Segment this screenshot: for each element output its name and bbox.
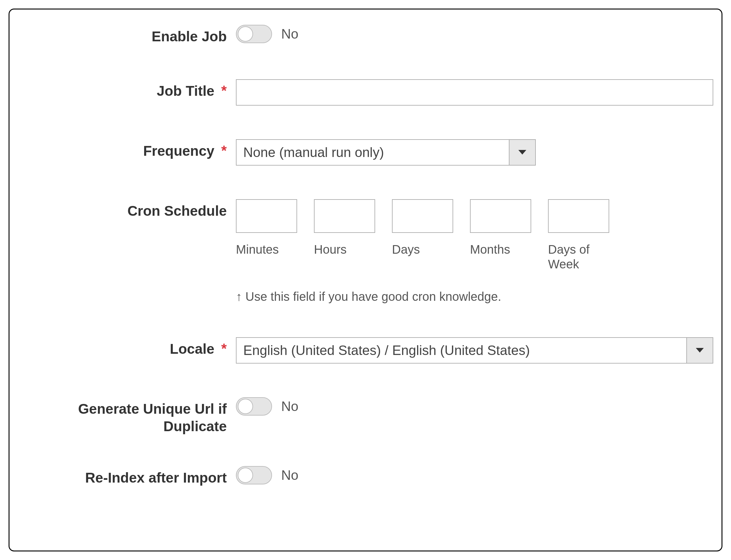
row-enable-job: Enable Job No bbox=[34, 25, 697, 46]
unique-url-state: No bbox=[281, 399, 298, 414]
cron-hours-input[interactable] bbox=[314, 199, 375, 233]
cron-days-input[interactable] bbox=[392, 199, 453, 233]
cron-days-caption: Days bbox=[392, 242, 453, 257]
frequency-label: Frequency bbox=[143, 142, 214, 160]
enable-job-label: Enable Job bbox=[152, 28, 227, 46]
cron-months-caption: Months bbox=[470, 242, 531, 257]
caret-down-icon bbox=[696, 348, 704, 353]
row-cron-schedule: Cron Schedule Minutes Hours Days bbox=[34, 199, 697, 304]
reindex-state: No bbox=[281, 468, 298, 483]
reindex-label: Re-Index after Import bbox=[85, 469, 227, 487]
required-asterisk-icon: * bbox=[221, 143, 227, 159]
job-title-input[interactable] bbox=[236, 79, 713, 106]
row-locale: Locale * English (United States) / Engli… bbox=[34, 337, 697, 364]
row-frequency: Frequency * None (manual run only) bbox=[34, 139, 697, 166]
frequency-dropdown-button[interactable] bbox=[509, 140, 535, 165]
locale-dropdown-button[interactable] bbox=[686, 338, 713, 363]
job-title-label: Job Title bbox=[157, 82, 214, 100]
row-job-title: Job Title * bbox=[34, 79, 697, 106]
cron-hours-caption: Hours bbox=[314, 242, 375, 257]
toggle-knob-icon bbox=[238, 399, 253, 414]
cron-minutes-caption: Minutes bbox=[236, 242, 297, 257]
settings-panel: Enable Job No Job Title * bbox=[9, 9, 722, 551]
enable-job-state: No bbox=[281, 26, 298, 42]
cron-schedule-label: Cron Schedule bbox=[127, 202, 227, 220]
row-unique-url: Generate Unique Url if Duplicate No bbox=[34, 397, 697, 435]
toggle-knob-icon bbox=[238, 26, 253, 42]
frequency-selected: None (manual run only) bbox=[237, 140, 509, 165]
unique-url-label: Generate Unique Url if Duplicate bbox=[55, 400, 227, 435]
toggle-knob-icon bbox=[238, 468, 253, 483]
reindex-toggle[interactable] bbox=[236, 466, 272, 484]
cron-minutes-input[interactable] bbox=[236, 199, 297, 233]
cron-hint: ↑ Use this field if you have good cron k… bbox=[236, 290, 697, 304]
cron-dow-caption: Days of Week bbox=[548, 242, 609, 271]
unique-url-toggle[interactable] bbox=[236, 397, 272, 416]
frequency-select[interactable]: None (manual run only) bbox=[236, 139, 536, 166]
required-asterisk-icon: * bbox=[221, 341, 227, 357]
locale-label: Locale bbox=[170, 340, 214, 358]
locale-select[interactable]: English (United States) / English (Unite… bbox=[236, 337, 713, 364]
locale-selected: English (United States) / English (Unite… bbox=[237, 338, 686, 363]
caret-down-icon bbox=[518, 150, 526, 155]
row-reindex: Re-Index after Import No bbox=[34, 466, 697, 487]
enable-job-toggle[interactable] bbox=[236, 25, 272, 43]
cron-months-input[interactable] bbox=[470, 199, 531, 233]
cron-dow-input[interactable] bbox=[548, 199, 609, 233]
required-asterisk-icon: * bbox=[221, 83, 227, 99]
